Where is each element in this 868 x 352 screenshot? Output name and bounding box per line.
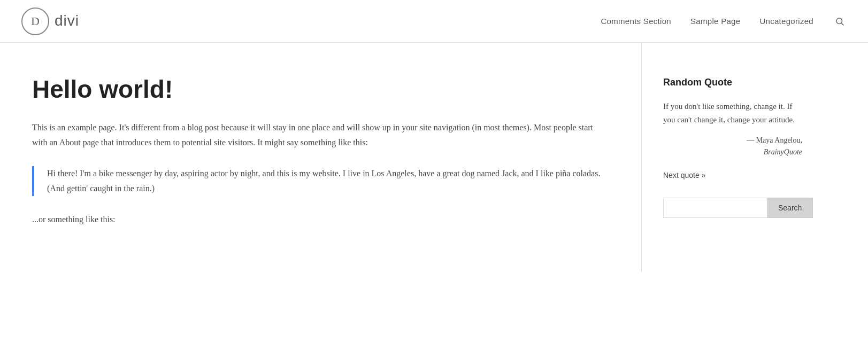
main-nav: Comments Section Sample Page Uncategoriz… xyxy=(601,14,847,28)
quote-author: — Maya Angelou, xyxy=(747,136,802,144)
nav-comments-section[interactable]: Comments Section xyxy=(601,15,671,28)
content-area: Hello world! This is an example page. It… xyxy=(0,43,642,272)
page-body: This is an example page. It's different … xyxy=(32,120,609,227)
paragraph-1: This is an example page. It's different … xyxy=(32,120,609,150)
search-widget: Search xyxy=(663,198,802,218)
header-search-button[interactable] xyxy=(833,14,847,28)
quote-text: If you don't like something, change it. … xyxy=(663,100,802,127)
svg-line-1 xyxy=(841,23,843,25)
logo-icon: D xyxy=(21,7,49,35)
paragraph-2: ...or something like this: xyxy=(32,212,609,227)
logo-area: D divi xyxy=(21,7,79,35)
blockquote: Hi there! I'm a bike messenger by day, a… xyxy=(32,166,609,196)
next-quote-link[interactable]: Next quote » xyxy=(663,169,705,181)
svg-point-0 xyxy=(836,18,842,24)
logo-text: divi xyxy=(55,9,79,33)
nav-uncategorized[interactable]: Uncategorized xyxy=(759,15,813,28)
blockquote-text: Hi there! I'm a bike messenger by day, a… xyxy=(47,166,609,196)
nav-sample-page[interactable]: Sample Page xyxy=(690,15,740,28)
random-quote-widget-title: Random Quote xyxy=(663,75,802,90)
search-input[interactable] xyxy=(663,198,767,218)
page-title: Hello world! xyxy=(32,75,609,104)
quote-source: BrainyQuote xyxy=(764,148,802,156)
sidebar: Random Quote If you don't like something… xyxy=(642,43,824,272)
quote-attribution: — Maya Angelou, BrainyQuote xyxy=(663,135,802,159)
search-icon xyxy=(835,17,844,26)
main-container: Hello world! This is an example page. It… xyxy=(0,43,868,272)
search-button[interactable]: Search xyxy=(767,198,813,218)
site-header: D divi Comments Section Sample Page Unca… xyxy=(0,0,868,43)
